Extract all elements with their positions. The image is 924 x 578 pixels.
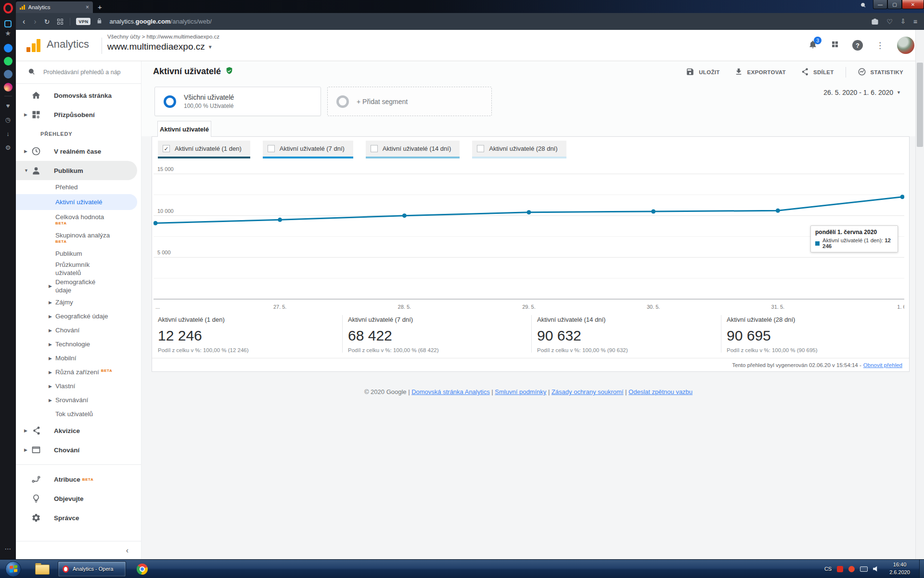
footer-link-smluvn-podm-nky[interactable]: Smluvní podmínky: [495, 388, 546, 395]
volume-icon[interactable]: [873, 566, 879, 572]
sidebar-item-skupinov-anal-za[interactable]: Skupinová analýzaBETA: [16, 228, 137, 247]
chevron-down-icon[interactable]: ▼: [24, 168, 31, 173]
window-search-icon[interactable]: [860, 1, 866, 10]
analytics-product-name[interactable]: Analytics: [47, 38, 89, 51]
tab-tiles-icon[interactable]: [57, 19, 63, 25]
page-scrollbar[interactable]: [915, 30, 924, 559]
speed-dial-icon[interactable]: [3, 19, 13, 28]
sidebar-item-chov-n-[interactable]: ▶Chování: [16, 323, 137, 337]
easy-setup-icon[interactable]: ≡: [913, 18, 917, 26]
line-chart[interactable]: 5 00010 00015 000...27. 5.28. 5.29. 5.30…: [154, 166, 904, 315]
tray-app-icon-red[interactable]: [837, 566, 843, 572]
checkbox-icon[interactable]: [268, 145, 275, 152]
sharearr-button[interactable]: SDÍLET: [800, 67, 834, 77]
new-tab-button[interactable]: +: [98, 3, 102, 11]
checkbox-checked-icon[interactable]: ✓: [163, 145, 170, 152]
lock-icon[interactable]: [96, 17, 103, 26]
instagram-icon[interactable]: [3, 82, 13, 92]
settings-gear-icon[interactable]: ⚙: [3, 143, 13, 152]
messenger-icon[interactable]: [3, 43, 13, 53]
chevron-right-icon[interactable]: ▶: [24, 112, 31, 117]
sidebar-item-z-jmy[interactable]: ▶Zájmy: [16, 295, 137, 309]
insights-button[interactable]: STATISTIKY: [858, 67, 903, 77]
bookmarks-star-icon[interactable]: ★: [3, 28, 13, 38]
opera-taskbar-button[interactable]: Analytics - Opera: [58, 561, 126, 577]
vpn-badge[interactable]: VPN: [76, 18, 90, 25]
sidebar-item-aktivn-u-ivatel-[interactable]: Aktivní uživatelé: [16, 194, 137, 210]
taskbar-clock[interactable]: 16:40 2.6.2020: [889, 561, 910, 577]
browser-tab-analytics[interactable]: Analytics ×: [16, 1, 93, 13]
snapshot-camera-icon[interactable]: [871, 18, 879, 26]
segment-all-users[interactable]: Všichni uživatelé 100,00 % Uživatelé: [154, 87, 321, 116]
toggle-aktivn-u-ivatel-28-dn-[interactable]: Aktivní uživatelé (28 dní): [472, 141, 566, 158]
sidebar-collapse-button[interactable]: ‹: [16, 541, 141, 559]
chevron-right-icon[interactable]: ▶: [24, 447, 31, 452]
chrome-taskbar-icon[interactable]: [137, 564, 148, 575]
date-range-selector[interactable]: 26. 5. 2020 - 1. 6. 2020▼: [823, 89, 901, 96]
property-selector[interactable]: www.multimediaexpo.cz▼: [107, 41, 213, 52]
tab-active-users[interactable]: Aktivní uživatelé: [157, 121, 211, 137]
sidebar-item-technologie[interactable]: ▶Technologie: [16, 337, 137, 351]
download-button[interactable]: EXPORTOVAT: [734, 67, 786, 77]
keyboard-tray-icon[interactable]: [860, 566, 868, 572]
sidebar-item-tok-u-ivatel-[interactable]: Tok uživatelů: [16, 407, 137, 421]
add-segment-button[interactable]: + Přidat segment: [327, 87, 492, 116]
toggle-aktivn-u-ivatel-7-dn-[interactable]: Aktivní uživatelé (7 dní): [263, 141, 353, 158]
sidebar-item-r-zn-za-zen-[interactable]: ▶Různá zařízeníBETA: [16, 365, 137, 379]
checkbox-icon[interactable]: [477, 145, 484, 152]
chevron-right-icon[interactable]: ▶: [24, 149, 31, 154]
sidebar-item-akvizice[interactable]: ▶Akvizice: [16, 421, 141, 440]
downloads-icon[interactable]: ↓: [3, 129, 13, 138]
window-close-button[interactable]: ✕: [902, 0, 924, 9]
rail-more-icon[interactable]: ⋯: [5, 545, 12, 552]
window-maximize-button[interactable]: ▢: [887, 0, 902, 9]
reload-icon[interactable]: ↻: [44, 18, 50, 26]
personal-news-heart-icon[interactable]: ♥: [3, 101, 13, 110]
toggle-aktivn-u-ivatel-14-dn-[interactable]: Aktivní uživatelé (14 dní): [366, 141, 460, 158]
chevron-right-icon[interactable]: ▶: [24, 428, 31, 433]
explorer-taskbar-icon[interactable]: [35, 563, 50, 575]
tray-app-icon-orange[interactable]: [848, 566, 855, 572]
google-apps-grid-icon[interactable]: [831, 40, 839, 51]
forward-icon[interactable]: ›: [34, 17, 36, 26]
sidebar-item-vlastn-[interactable]: ▶Vlastní: [16, 379, 137, 393]
download-arrow-icon[interactable]: ⇩: [900, 18, 906, 25]
footer-link-z-sady-ochrany-soukrom-[interactable]: Zásady ochrany soukromí: [552, 388, 624, 395]
notifications-bell-icon[interactable]: 3: [808, 39, 818, 51]
sidebar-item-mobiln-[interactable]: ▶Mobilní: [16, 351, 137, 365]
sidebar-item-geografick-daje[interactable]: ▶Geografické údaje: [16, 309, 137, 323]
sidebar-item-p-izp-soben-[interactable]: ▶Přizpůsobení: [16, 105, 141, 124]
sidebar-item-publikum[interactable]: ▼Publikum: [16, 161, 137, 180]
footer-link-domovsk-str-nka-analytics[interactable]: Domovská stránka Analytics: [411, 388, 490, 395]
checkbox-icon[interactable]: [371, 145, 378, 152]
sidebar-search[interactable]: Prohledávání přehledů a náp: [16, 61, 141, 84]
more-options-icon[interactable]: ⋮: [876, 40, 884, 51]
opera-logo-icon[interactable]: [3, 3, 13, 13]
bookmark-heart-icon[interactable]: ♡: [886, 18, 893, 26]
whatsapp-icon[interactable]: [3, 56, 13, 66]
sidebar-item-pr-zkumn-k-u-ivatel-[interactable]: Průzkumník uživatelů: [16, 261, 137, 278]
vk-icon[interactable]: [3, 69, 13, 79]
tab-close-icon[interactable]: ×: [86, 4, 89, 11]
sidebar-item-domovsk-str-nka[interactable]: Domovská stránka: [16, 86, 141, 105]
start-button[interactable]: [5, 561, 21, 577]
toggle-aktivn-u-ivatel-1-den-[interactable]: ✓Aktivní uživatelé (1 den): [158, 141, 250, 158]
user-avatar[interactable]: [897, 37, 914, 54]
refresh-report-link[interactable]: Obnovit přehled: [863, 362, 902, 368]
sidebar-item-publikum[interactable]: Publikum: [16, 247, 137, 261]
sidebar-item-demografick-daje[interactable]: ▶Demografické údaje: [16, 278, 137, 295]
scrollbar-thumb[interactable]: [917, 63, 923, 147]
language-indicator[interactable]: CS: [824, 566, 832, 572]
show-desktop-button[interactable]: [919, 560, 924, 578]
url-text[interactable]: analytics.google.com/analytics/web/: [109, 18, 211, 25]
save-button[interactable]: ULOŽIT: [686, 67, 719, 77]
sidebar-item-p-ehled[interactable]: Přehled: [16, 180, 137, 194]
sidebar-item-celkov-hodnota[interactable]: Celková hodnotaBETA: [16, 210, 137, 228]
sidebar-item-spr-vce[interactable]: Správce: [16, 508, 141, 527]
back-icon[interactable]: ‹: [23, 17, 25, 26]
sidebar-item-objevujte[interactable]: Objevujte: [16, 489, 141, 508]
sidebar-item-atribuce[interactable]: AtribuceBETA: [16, 470, 141, 489]
sidebar-item-v-re-ln-m-ase[interactable]: ▶V reálném čase: [16, 142, 141, 161]
footer-link-odeslat-zp-tnou-vazbu[interactable]: Odeslat zpětnou vazbu: [629, 388, 693, 395]
account-breadcrumb[interactable]: Všechny účty > http://www.multimediaexpo…: [107, 34, 219, 39]
